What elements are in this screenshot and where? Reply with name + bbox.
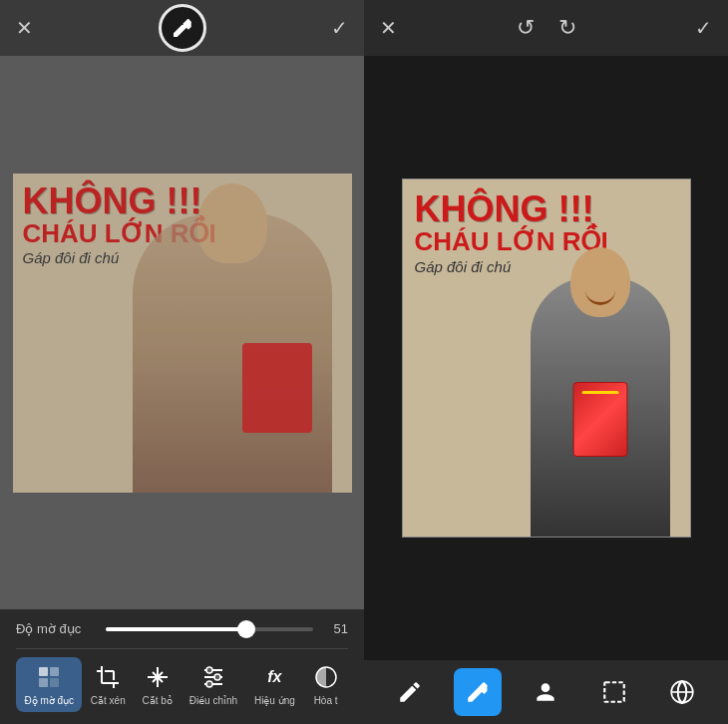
right-panel: ✕ ↺ ↻ ✓ KHÔNG !!! CHÁU LỚN RỒI Gáp đôi đ…	[364, 0, 728, 724]
cat-xen-label: Cắt xén	[91, 695, 126, 706]
person-head-right	[570, 247, 630, 317]
do-mo-duc-label: Độ mờ đục	[24, 695, 74, 706]
undo-button[interactable]: ↺	[517, 15, 535, 41]
tool-do-mo-duc[interactable]: Độ mờ đục	[16, 657, 82, 712]
bottom-tool-select[interactable]	[590, 668, 638, 716]
person-container-right	[511, 217, 690, 537]
red-envelope-left	[242, 343, 312, 433]
meme-image-right: KHÔNG !!! CHÁU LỚN RỒI Gáp đôi đi chú	[402, 179, 691, 538]
right-confirm-button[interactable]: ✓	[695, 16, 712, 40]
right-close-button[interactable]: ✕	[380, 16, 397, 40]
right-image-area: KHÔNG !!! CHÁU LỚN RỒI Gáp đôi đi chú	[364, 56, 728, 660]
selection-icon	[601, 679, 627, 705]
tool-bar: Độ mờ đục Cắt xén Cắt bỏ	[16, 648, 348, 716]
meme-background-right: KHÔNG !!! CHÁU LỚN RỒI Gáp đôi đi chú	[402, 179, 691, 538]
left-header: ✕ + ✓	[0, 0, 364, 56]
right-bottom-toolbar	[364, 660, 728, 724]
svg-rect-11	[604, 682, 624, 702]
hoa-t-label: Hòa t	[314, 695, 338, 706]
left-confirm-button[interactable]: ✓	[331, 16, 348, 40]
pencil-icon	[397, 679, 423, 705]
eraser-circle-bg	[159, 4, 206, 52]
left-image-area: KHÔNG !!! CHÁU LỚN RỒI Gáp đôi đi chú	[0, 56, 364, 609]
svg-point-9	[206, 681, 212, 687]
opacity-row: Độ mờ đục 51	[16, 621, 348, 636]
svg-rect-0	[39, 667, 48, 676]
meme-line1-left: KHÔNG !!!	[23, 183, 216, 219]
left-panel: ✕ + ✓ KHÔNG !!! CHÁU LỚN RỒI Gáp đôi đi …	[0, 0, 364, 724]
cat-bo-label: Cắt bỏ	[143, 695, 173, 706]
svg-point-7	[206, 667, 212, 673]
bottom-tool-globe[interactable]	[658, 668, 706, 716]
cat-bo-icon	[144, 663, 172, 691]
person-head-left	[197, 183, 267, 263]
opacity-slider-fill	[106, 627, 246, 631]
right-header-center: ↺ ↻	[517, 15, 576, 41]
envelope-stripe	[581, 391, 618, 394]
meme-image-left: KHÔNG !!! CHÁU LỚN RỒI Gáp đôi đi chú	[13, 174, 352, 493]
opacity-label: Độ mờ đục	[16, 621, 96, 636]
bottom-tool-eraser[interactable]	[454, 668, 502, 716]
person-body-right	[531, 277, 670, 537]
grid-icon	[35, 663, 63, 691]
person-icon	[533, 679, 558, 705]
bottom-tool-pencil[interactable]	[386, 668, 434, 716]
tool-hieu-ung[interactable]: fx Hiệu ứng	[246, 657, 303, 712]
tool-cat-bo[interactable]: Cắt bỏ	[135, 657, 181, 712]
bottom-controls: Độ mờ đục 51 Độ mờ đục	[0, 609, 364, 724]
blend-icon	[312, 663, 340, 691]
tool-hoa-t[interactable]: Hòa t	[304, 657, 348, 712]
opacity-slider[interactable]	[106, 627, 313, 631]
svg-rect-1	[50, 667, 59, 676]
redo-button[interactable]: ↻	[558, 15, 576, 41]
tool-dieu-chinh[interactable]: Điều chỉnh	[182, 657, 245, 712]
opacity-value: 51	[323, 621, 348, 636]
globe-icon	[669, 679, 695, 705]
fx-icon: fx	[260, 663, 288, 691]
svg-rect-2	[39, 678, 48, 687]
red-envelope-right	[572, 382, 627, 457]
eraser-icon	[171, 16, 194, 40]
eraser-tool-circle[interactable]	[159, 4, 206, 52]
svg-rect-3	[50, 678, 59, 687]
right-header: ✕ ↺ ↻ ✓	[364, 0, 728, 56]
eraser-bottom-icon	[465, 679, 491, 705]
dieu-chinh-label: Điều chỉnh	[189, 695, 237, 706]
opacity-slider-thumb	[237, 620, 255, 638]
tool-cat-xen[interactable]: Cắt xén	[83, 657, 134, 712]
person-smile	[585, 289, 615, 305]
crop-icon	[94, 663, 122, 691]
adjust-icon	[199, 663, 227, 691]
hieu-ung-label: Hiệu ứng	[254, 695, 295, 706]
left-close-button[interactable]: ✕	[16, 16, 33, 40]
bottom-tool-person[interactable]	[522, 668, 569, 716]
meme-background-left: KHÔNG !!! CHÁU LỚN RỒI Gáp đôi đi chú	[13, 174, 352, 493]
svg-point-8	[214, 674, 220, 680]
